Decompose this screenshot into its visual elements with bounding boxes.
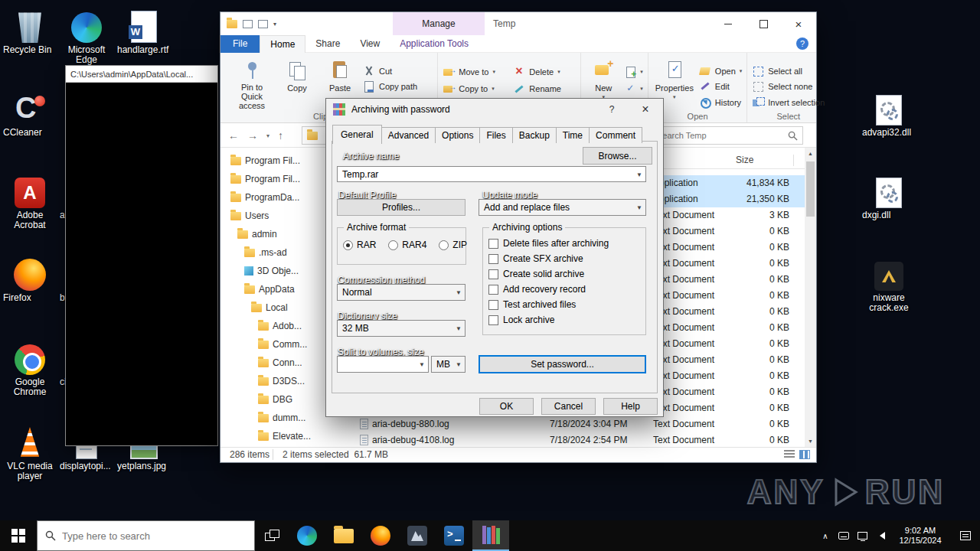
dialog-tab-general[interactable]: General [332, 125, 382, 144]
taskbar-app-button[interactable] [399, 520, 436, 551]
help-button[interactable]: Help [603, 398, 658, 415]
tab-share[interactable]: Share [305, 35, 350, 53]
browse-button[interactable]: Browse... [583, 147, 652, 165]
thumbnails-view-icon[interactable] [799, 450, 810, 459]
tree-item-program-fil[interactable]: Program Fil... [220, 170, 341, 188]
invert-selection-button[interactable]: Invert selection [752, 95, 825, 110]
dialog-tab-time[interactable]: Time [556, 127, 590, 143]
desktop-icon-google-chrome[interactable]: Google Chrome [3, 340, 57, 375]
tree-item-programda[interactable]: ProgramDa... [220, 188, 341, 207]
up-icon[interactable]: ↑ [278, 129, 283, 142]
combo-arrow-icon[interactable]: ▼ [456, 361, 462, 368]
new-item-button[interactable]: ▾ [624, 64, 643, 80]
close-button[interactable]: × [781, 12, 816, 35]
file-row[interactable]: aria-debug-4108.log7/18/2024 2:54 PMText… [341, 432, 805, 448]
move-to-button[interactable]: Move to▾ [443, 64, 510, 80]
tree-item-admin[interactable]: admin [220, 225, 341, 243]
easy-access-button[interactable]: ▾ [624, 80, 643, 97]
tab-application-tools[interactable]: Application Tools [390, 35, 479, 53]
explorer-help-button[interactable]: ? [796, 37, 808, 50]
tree-item-local[interactable]: Local [220, 298, 341, 317]
copy-to-button[interactable]: Copy to▾ [443, 80, 510, 97]
open-button[interactable]: Open▾ [699, 64, 742, 79]
copy-button[interactable]: Copy [277, 56, 317, 110]
archive-name-combobox[interactable]: Temp.rar ▼ [337, 166, 646, 182]
size-column-header[interactable]: Size [736, 155, 753, 165]
minimize-button[interactable] [710, 12, 746, 35]
tree-item-conn[interactable]: Conn... [220, 354, 341, 372]
dialog-tab-backup[interactable]: Backup [512, 127, 557, 143]
action-center-button[interactable] [951, 531, 980, 540]
tray-network-icon[interactable] [853, 520, 871, 551]
ok-button[interactable]: OK [479, 398, 534, 415]
desktop-icon-vlc-media-player[interactable]: VLC media player [3, 424, 57, 459]
details-view-icon[interactable] [784, 450, 795, 459]
start-button[interactable] [0, 520, 37, 551]
tree-item-dumm[interactable]: dumm... [220, 409, 341, 427]
back-icon[interactable]: ← [228, 129, 239, 142]
taskbar-clock[interactable]: 9:02 AM 12/15/2024 [890, 526, 951, 546]
qat-new-folder-icon[interactable] [258, 20, 268, 28]
column-divider[interactable] [793, 155, 794, 166]
dialog-tab-comment[interactable]: Comment [589, 127, 642, 143]
tree-item-users[interactable]: Users [220, 207, 341, 225]
black-window[interactable]: C:\Users\admin\AppData\Local... [65, 65, 218, 446]
tree-item-comm[interactable]: Comm... [220, 335, 341, 354]
radio-rar4[interactable]: RAR4 [388, 240, 426, 250]
search-box[interactable] [652, 126, 803, 145]
cancel-button[interactable]: Cancel [541, 398, 596, 415]
dialog-tab-advanced[interactable]: Advanced [381, 127, 436, 143]
copy-path-button[interactable]: Copy path [363, 79, 433, 94]
dialog-close-button[interactable]: × [632, 99, 658, 120]
rename-button[interactable]: Rename [513, 80, 576, 97]
tab-file[interactable]: File [220, 35, 260, 53]
checkbox-add-recovery-record[interactable]: Add recovery record [488, 284, 609, 295]
desktop-icon-microsoft-edge[interactable]: Microsoft Edge [60, 8, 113, 43]
recent-locations-chevron-icon[interactable]: ▾ [266, 132, 270, 139]
tree-item-appdata[interactable]: AppData [220, 280, 341, 298]
task-view-button[interactable] [255, 520, 289, 551]
tree-item-ms-ad[interactable]: .ms-ad [220, 243, 341, 262]
checkbox-create-sfx-archive[interactable]: Create SFX archive [488, 253, 609, 264]
combo-arrow-icon[interactable]: ▼ [456, 325, 462, 332]
scroll-down-icon[interactable]: ▼ [805, 435, 816, 447]
split-volumes-combobox[interactable]: ▼ [337, 356, 429, 373]
combo-arrow-icon[interactable]: ▼ [636, 204, 642, 211]
tray-volume-icon[interactable] [871, 520, 890, 551]
desktop-icon-ccleaner[interactable]: CCleaner [3, 90, 57, 126]
combo-arrow-icon[interactable]: ▼ [419, 361, 425, 368]
taskbar-explorer-button[interactable] [325, 520, 362, 551]
desktop-icon-handlarge-rtf[interactable]: handlarge.rtf [117, 8, 171, 43]
history-button[interactable]: History [699, 95, 742, 110]
checkbox-test-archived-files[interactable]: Test archived files [488, 299, 609, 310]
dialog-tab-files[interactable]: Files [479, 127, 512, 143]
tree-item-dbg[interactable]: DBG [220, 390, 341, 409]
desktop-icon-recycle-bin[interactable]: Recycle Bin [3, 8, 57, 43]
compression-method-select[interactable]: Normal ▼ [337, 284, 466, 301]
tree-item-elevate[interactable]: Elevate... [220, 427, 341, 445]
tray-chevron-up-icon[interactable]: ∧ [816, 520, 835, 551]
qat-properties-icon[interactable] [243, 20, 253, 28]
edit-button[interactable]: Edit [699, 79, 742, 94]
desktop-icon-firefox[interactable]: Firefox [3, 256, 57, 291]
delete-button[interactable]: Delete▾ [513, 64, 576, 80]
desktop-icon-advapi32-dll[interactable]: advapi32.dll [862, 90, 916, 126]
desktop-icon-adobe-acrobat[interactable]: Adobe Acrobat [3, 173, 57, 208]
maximize-button[interactable] [746, 12, 781, 35]
checkbox-delete-files-after-archiving[interactable]: Delete files after archiving [488, 238, 609, 249]
desktop-icon-dxgi-dll[interactable]: dxgi.dll [862, 173, 916, 208]
taskbar-powershell-button[interactable] [436, 520, 472, 551]
taskbar-search-input[interactable] [62, 530, 247, 542]
tree-item-adob[interactable]: Adob... [220, 317, 341, 335]
combo-arrow-icon[interactable]: ▼ [456, 289, 462, 296]
scrollbar-thumb[interactable] [806, 161, 815, 217]
forward-icon[interactable]: → [247, 129, 258, 142]
scroll-up-icon[interactable]: ▲ [805, 148, 816, 159]
profiles-button[interactable]: Profiles... [337, 199, 466, 216]
file-row[interactable]: aria-debug-880.log7/18/2024 3:04 PMText … [341, 416, 805, 432]
tree-item-3d-obje[interactable]: 3D Obje... [220, 262, 341, 280]
split-unit-select[interactable]: MB ▼ [431, 356, 466, 373]
select-none-button[interactable]: Select none [752, 79, 825, 94]
update-mode-select[interactable]: Add and replace files ▼ [479, 199, 646, 216]
select-all-button[interactable]: Select all [752, 64, 825, 79]
